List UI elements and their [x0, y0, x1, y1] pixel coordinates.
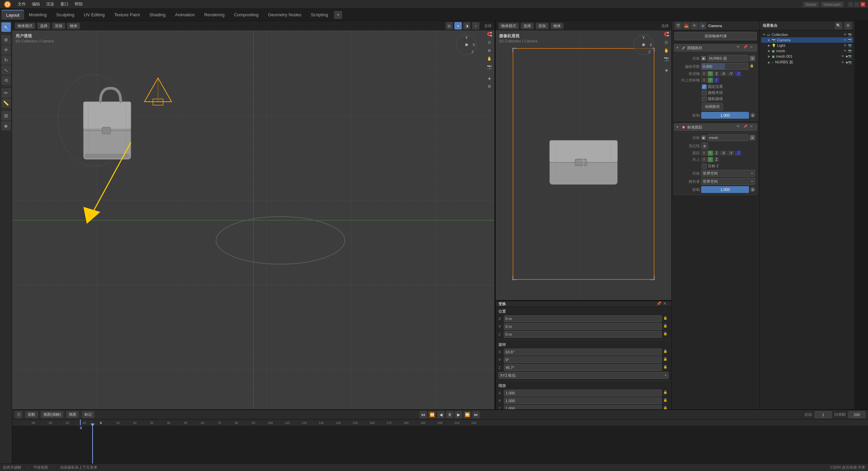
- tool-add[interactable]: ⊞: [1, 111, 11, 120]
- fp-fwd-z[interactable]: Z: [714, 71, 719, 76]
- light-vis[interactable]: 👁: [844, 44, 847, 47]
- fp-target-close[interactable]: ✕: [750, 56, 755, 61]
- outliner-scene-collection[interactable]: ▼ 🗂 Collection 👁 📷: [761, 32, 853, 37]
- menu-file[interactable]: 文件: [15, 1, 28, 8]
- sc-y-input[interactable]: 1.000: [504, 397, 662, 404]
- fp-curve-radius-check[interactable]: [702, 91, 707, 95]
- snap-btn[interactable]: 🧲: [486, 31, 493, 38]
- proportional-btn[interactable]: ⊙: [486, 39, 493, 46]
- timeline-tracks[interactable]: 0: [12, 426, 868, 464]
- play-backward[interactable]: ◀: [437, 411, 445, 418]
- fp-random-curve-check[interactable]: [702, 97, 707, 101]
- tab-modeling[interactable]: Modeling: [24, 10, 52, 19]
- nurbs-render-vis[interactable]: 📷: [848, 61, 852, 64]
- add-workspace-btn[interactable]: +: [334, 11, 342, 19]
- timeline-view2-btn[interactable]: 视图: [66, 411, 79, 418]
- fp-offset-input[interactable]: 0.000: [701, 63, 748, 70]
- tab-geometry-nodes[interactable]: Geometry Nodes: [263, 10, 306, 19]
- tt-target-input[interactable]: mesh: [707, 134, 748, 141]
- tt-space-to-dropdown[interactable]: 世界空间 ▼: [701, 178, 755, 185]
- fp-influence-dot[interactable]: ●: [750, 113, 755, 118]
- viewport-left[interactable]: 物体模式 选择 添加 物体 ◎ ● ◑ ○ 选择 用户透视 (: [12, 21, 495, 409]
- prop-icon-view[interactable]: 👁: [691, 22, 698, 30]
- mesh001-vis[interactable]: 👁: [841, 55, 844, 58]
- add-constraint-button[interactable]: 添加物体约束: [674, 32, 757, 40]
- prop-icon-output[interactable]: 📤: [683, 22, 690, 30]
- timeline-start-input[interactable]: [815, 411, 832, 418]
- tt-up-y[interactable]: Y: [708, 157, 713, 162]
- transform-pin[interactable]: 📌: [656, 301, 662, 307]
- play-prev-frame[interactable]: ⏪: [428, 411, 436, 418]
- fp-fwd-nz[interactable]: -Z: [735, 71, 741, 76]
- transform-btn[interactable]: ⊕: [486, 47, 493, 54]
- scene-col-render[interactable]: 📷: [848, 33, 852, 36]
- r-grab-btn[interactable]: ✋: [663, 47, 670, 54]
- tool-cursor[interactable]: ⊕: [1, 35, 11, 44]
- camera-options[interactable]: 选择: [661, 23, 669, 28]
- tt-trk-x[interactable]: X: [701, 151, 707, 156]
- fp-fwd-ny[interactable]: -Y: [727, 71, 734, 76]
- outliner-mesh-item[interactable]: ▶ ▣ mesh 👁 📷: [761, 48, 853, 54]
- mesh-vis[interactable]: 👁: [844, 49, 847, 53]
- viewport-fullscreen-btn[interactable]: 选择: [484, 23, 492, 28]
- outliner-camera-item[interactable]: ▶ 📷 Camera 👁 📷: [761, 37, 853, 43]
- tt-trk-nz[interactable]: -Z: [735, 151, 741, 156]
- viewlayer-selector[interactable]: ViewLayer: [821, 2, 844, 7]
- scene-selector[interactable]: Scene: [803, 2, 819, 7]
- play-forward[interactable]: ▶: [455, 411, 462, 418]
- sc-z-lock[interactable]: 🔒: [663, 406, 669, 409]
- outliner-mesh001-item[interactable]: ▶ ▣ mesh.001 👁 ◆ 📷: [761, 54, 853, 59]
- rot-x-input[interactable]: 63.6°: [504, 349, 662, 355]
- rot-y-input[interactable]: 0°: [504, 356, 662, 363]
- tt-influence-dot[interactable]: ●: [750, 187, 755, 192]
- outliner-search-icon[interactable]: 🔍: [835, 22, 842, 30]
- tab-layout[interactable]: Layout: [1, 10, 24, 20]
- viewport-solid-btn[interactable]: ●: [454, 22, 462, 30]
- fp-pin[interactable]: 📌: [743, 45, 749, 51]
- tt-expand[interactable]: ▼: [676, 125, 680, 129]
- tool-select[interactable]: ↖: [1, 22, 11, 32]
- fp-fwd-nx[interactable]: -X: [720, 71, 727, 76]
- tt-visible[interactable]: 👁: [736, 124, 742, 130]
- prop-icon-object[interactable]: ▣: [699, 22, 706, 30]
- timeline-view-type-btn[interactable]: ⏱: [15, 411, 22, 418]
- mesh001-render-vis[interactable]: 📷: [848, 55, 852, 58]
- timeline-view-btn[interactable]: 视图(插帧): [41, 411, 63, 418]
- tt-up-x[interactable]: X: [701, 157, 707, 162]
- tool-misc[interactable]: ◈: [1, 121, 11, 131]
- tab-texture-paint[interactable]: Texture Paint: [110, 10, 145, 19]
- menu-window[interactable]: 窗口: [58, 1, 71, 8]
- prop-icon-render[interactable]: 🎬: [674, 22, 682, 30]
- overlay-btn[interactable]: ◈: [486, 75, 493, 82]
- sc-x-lock[interactable]: 🔒: [663, 390, 669, 396]
- tt-space-from-dropdown[interactable]: 世界空间 ▼: [701, 170, 755, 177]
- nurbs-vis[interactable]: 👁: [841, 61, 844, 64]
- fp-up-x[interactable]: X: [701, 78, 707, 83]
- menu-edit[interactable]: 编辑: [29, 1, 43, 8]
- r-proportional-btn[interactable]: ⊙: [663, 39, 670, 46]
- window-maximize[interactable]: [854, 2, 859, 7]
- rot-z-input[interactable]: 46.7°: [504, 364, 662, 371]
- gizmo-right[interactable]: Y X Z: [633, 35, 654, 55]
- viewport-material-btn[interactable]: ◑: [463, 22, 471, 30]
- fp-influence-bar[interactable]: 1.000: [701, 112, 749, 119]
- viewport-add-menu[interactable]: 添加: [52, 23, 65, 29]
- scene-col-vis[interactable]: 👁: [844, 33, 847, 36]
- tab-compositing[interactable]: Compositing: [229, 10, 263, 19]
- tt-pin[interactable]: 📌: [743, 124, 749, 130]
- menu-help[interactable]: 帮助: [72, 1, 85, 8]
- tool-scale[interactable]: ⤡: [1, 65, 11, 75]
- loc-z-lock[interactable]: 🔒: [663, 332, 669, 337]
- timeline-mark-btn[interactable]: 标记: [82, 411, 95, 418]
- outliner-filter-icon[interactable]: ⚙: [844, 22, 852, 30]
- tab-uv-editing[interactable]: UV Editing: [79, 10, 109, 19]
- rot-x-lock[interactable]: 🔒: [663, 349, 669, 355]
- fp-visible[interactable]: 👁: [736, 45, 742, 51]
- fp-expand[interactable]: ▼: [676, 46, 680, 50]
- play-jump-end[interactable]: ⏭: [472, 411, 480, 418]
- fp-target-input[interactable]: NURBS 面: [707, 55, 748, 62]
- play-jump-start[interactable]: ⏮: [419, 411, 427, 418]
- window-close[interactable]: ✕: [861, 2, 865, 7]
- fp-fwd-x[interactable]: X: [701, 71, 707, 76]
- fp-up-z[interactable]: Z: [714, 78, 719, 83]
